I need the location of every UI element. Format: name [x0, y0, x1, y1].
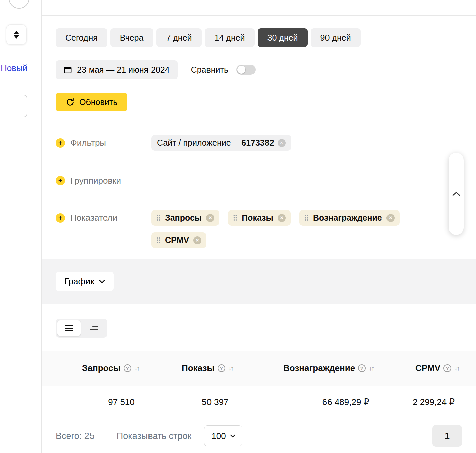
- filter-chip-value: 6173382: [241, 138, 274, 148]
- calendar-icon: [64, 66, 72, 74]
- range-today-button[interactable]: Сегодня: [56, 28, 107, 47]
- quick-range-group: Сегодня Вчера 7 дней 14 дней 30 дней 90 …: [56, 28, 462, 47]
- sort-up-icon: [14, 31, 19, 34]
- metric-chip-label: Показы: [242, 213, 273, 223]
- metrics-title: Показатели: [70, 213, 117, 223]
- range-yesterday-button[interactable]: Вчера: [110, 28, 154, 47]
- table-header: Запросы ? ↓↑ Показы ? ↓↑ Вознаграждение …: [42, 351, 476, 386]
- flat-list-icon: [65, 324, 73, 332]
- new-link[interactable]: Новый: [1, 63, 27, 73]
- range-30days-button[interactable]: 30 дней: [258, 28, 308, 47]
- sort-arrows-icon[interactable]: ↓↑: [228, 364, 234, 372]
- cell-queries: 97 510: [42, 397, 140, 407]
- view-grouped-button[interactable]: [82, 320, 106, 336]
- period-controls: Сегодня Вчера 7 дней 14 дней 30 дней 90 …: [42, 16, 476, 124]
- sidebar-search-input[interactable]: [0, 95, 27, 117]
- date-row: 23 мая — 21 июня 2024 Сравнить: [56, 60, 462, 79]
- help-icon[interactable]: ?: [358, 364, 366, 372]
- panel-top-spacer: [42, 0, 476, 16]
- drag-handle-icon[interactable]: [233, 214, 237, 221]
- chart-dropdown-button[interactable]: График: [56, 272, 114, 291]
- sort-button[interactable]: [6, 24, 27, 45]
- table-footer: Всего: 25 Показывать строк 100 1: [42, 418, 476, 453]
- column-header-cpmv[interactable]: CPMV ? ↓↑: [374, 363, 460, 373]
- compare-toggle[interactable]: [236, 65, 256, 75]
- add-filter-icon[interactable]: +: [56, 138, 65, 148]
- drag-handle-icon[interactable]: [304, 214, 309, 221]
- sort-arrows-icon[interactable]: ↓↑: [369, 364, 374, 372]
- column-label: Вознаграждение: [283, 363, 355, 373]
- sort-arrows-icon[interactable]: ↓↑: [454, 364, 460, 372]
- chevron-up-icon: [452, 192, 460, 196]
- column-header-queries[interactable]: Запросы ? ↓↑: [42, 363, 140, 373]
- report-panel: Сегодня Вчера 7 дней 14 дней 30 дней 90 …: [41, 0, 476, 453]
- metric-remove-icon[interactable]: ×: [193, 236, 201, 244]
- metric-chip-label: CPMV: [165, 235, 189, 245]
- view-mode-switch: [56, 319, 107, 338]
- metric-chip-label: Вознаграждение: [313, 213, 382, 223]
- metric-chip-impressions[interactable]: Показы ×: [228, 210, 291, 226]
- view-mode-row: [42, 304, 476, 351]
- date-range-label: 23 мая — 21 июня 2024: [77, 65, 170, 75]
- cell-impressions: 50 397: [140, 397, 234, 407]
- column-header-impressions[interactable]: Показы ? ↓↑: [140, 363, 234, 373]
- drag-handle-icon[interactable]: [156, 214, 161, 221]
- add-grouping-icon[interactable]: +: [56, 176, 65, 185]
- column-label: Показы: [182, 363, 215, 373]
- metric-chip-cpmv[interactable]: CPMV ×: [151, 232, 206, 248]
- sort-arrows-icon[interactable]: ↓↑: [134, 364, 140, 372]
- total-count: Всего: 25: [56, 431, 95, 441]
- scroll-top-pill[interactable]: [449, 153, 464, 235]
- metric-remove-icon[interactable]: ×: [386, 214, 395, 222]
- chart-band: График: [42, 259, 476, 304]
- rows-per-page-value: 100: [211, 431, 226, 441]
- grouped-list-icon: [90, 324, 98, 332]
- compare-label: Сравнить: [191, 65, 228, 75]
- sort-down-icon: [14, 35, 19, 39]
- table-row: 97 510 50 397 66 489,29 ₽ 2 299,24 ₽: [42, 386, 476, 418]
- range-14days-button[interactable]: 14 дней: [205, 28, 255, 47]
- range-90days-button[interactable]: 90 дней: [311, 28, 361, 47]
- metrics-section: + Показатели Запросы × Показы × Вознагра…: [42, 200, 476, 259]
- refresh-icon: [66, 98, 75, 107]
- drag-handle-icon[interactable]: [156, 237, 161, 244]
- metric-remove-icon[interactable]: ×: [206, 214, 214, 222]
- chevron-down-icon: [230, 434, 235, 438]
- filter-remove-icon[interactable]: ×: [278, 139, 286, 147]
- help-icon[interactable]: ?: [218, 364, 225, 372]
- toggle-knob: [237, 66, 245, 74]
- refresh-button[interactable]: Обновить: [56, 93, 127, 111]
- metrics-header: + Показатели: [56, 213, 151, 223]
- filter-chip-prefix: Сайт / приложение =: [157, 138, 238, 148]
- rows-per-page-select[interactable]: 100: [204, 425, 242, 446]
- page-number-button[interactable]: 1: [432, 425, 462, 447]
- help-icon[interactable]: ?: [443, 364, 451, 372]
- filters-section: + Фильтры Сайт / приложение = 6173382 ×: [42, 124, 476, 161]
- filter-chip[interactable]: Сайт / приложение = 6173382 ×: [151, 135, 291, 151]
- groupings-header: + Группировки: [56, 175, 151, 186]
- groupings-section: + Группировки: [42, 161, 476, 200]
- chart-dropdown-label: График: [64, 276, 94, 287]
- avatar[interactable]: [9, 0, 29, 9]
- add-metric-icon[interactable]: +: [56, 213, 65, 223]
- date-range-button[interactable]: 23 мая — 21 июня 2024: [56, 60, 178, 79]
- help-icon[interactable]: ?: [124, 364, 131, 372]
- column-label: Запросы: [82, 363, 121, 373]
- groupings-title: Группировки: [70, 175, 121, 186]
- view-flat-button[interactable]: [57, 320, 81, 336]
- metric-chip-queries[interactable]: Запросы ×: [151, 210, 219, 226]
- cell-cpmv: 2 299,24 ₽: [374, 397, 460, 407]
- chevron-down-icon: [99, 280, 105, 283]
- metric-chip-label: Запросы: [165, 213, 202, 223]
- refresh-label: Обновить: [79, 97, 117, 107]
- sidebar-divider: [0, 84, 41, 84]
- range-7days-button[interactable]: 7 дней: [156, 28, 201, 47]
- filters-title: Фильтры: [70, 138, 106, 148]
- column-header-reward[interactable]: Вознаграждение ? ↓↑: [234, 363, 375, 373]
- column-label: CPMV: [415, 363, 440, 373]
- metric-chip-reward[interactable]: Вознаграждение ×: [299, 210, 400, 226]
- metric-remove-icon[interactable]: ×: [278, 214, 286, 222]
- cell-reward: 66 489,29 ₽: [234, 397, 375, 407]
- filters-header: + Фильтры: [56, 138, 151, 148]
- metric-chips: Запросы × Показы × Вознаграждение × CPMV…: [151, 210, 429, 248]
